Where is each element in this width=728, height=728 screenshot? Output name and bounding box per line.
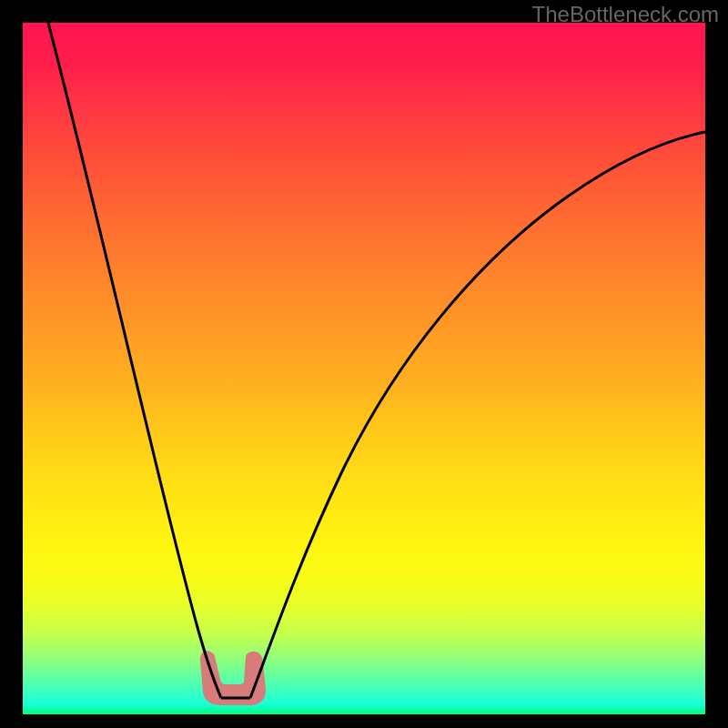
curve-left bbox=[48, 23, 221, 698]
watermark-text: TheBottleneck.com bbox=[532, 2, 719, 27]
bottleneck-chart bbox=[23, 23, 705, 714]
curve-right bbox=[250, 132, 705, 698]
